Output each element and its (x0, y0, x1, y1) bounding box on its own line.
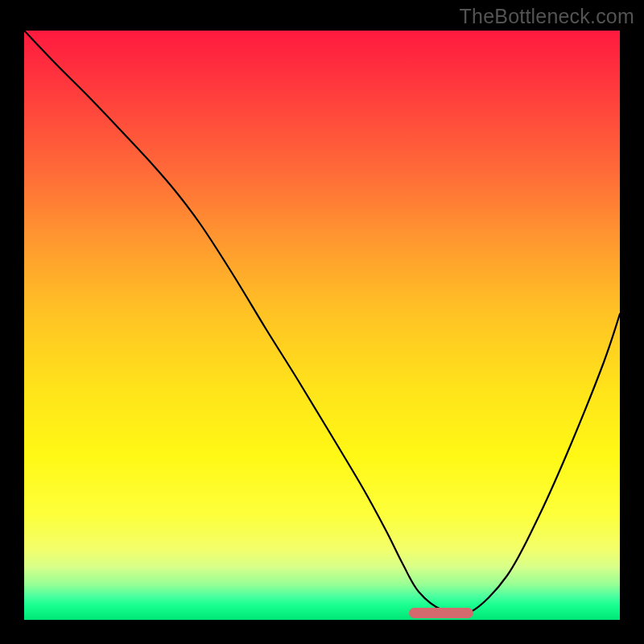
curve-layer (24, 31, 620, 620)
watermark-label: TheBottleneck.com (460, 5, 634, 28)
chart-frame: TheBottleneck.com (0, 0, 644, 644)
optimal-marker (409, 608, 473, 618)
bottleneck-curve (24, 31, 620, 615)
plot-area (24, 31, 620, 620)
